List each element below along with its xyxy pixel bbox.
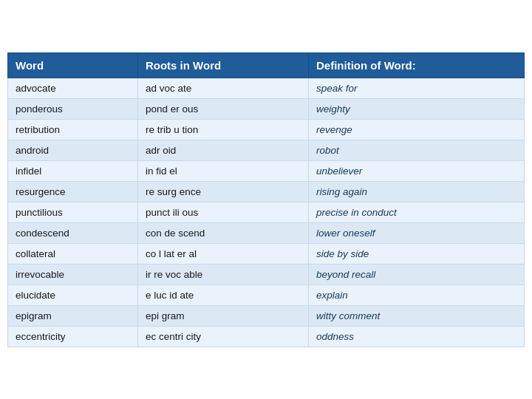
roots-cell: pond er ous xyxy=(137,98,308,119)
table-row: elucidatee luc id ateexplain xyxy=(8,284,525,305)
word-cell: advocate xyxy=(8,78,138,98)
word-cell: collateral xyxy=(8,243,138,264)
roots-cell: e luc id ate xyxy=(137,284,308,305)
definition-cell: robot xyxy=(308,140,524,160)
roots-cell: co l lat er al xyxy=(137,243,308,264)
definition-cell: weighty xyxy=(308,98,524,119)
table-row: resurgencere surg encerising again xyxy=(8,181,525,202)
header-word: Word xyxy=(8,52,138,78)
definition-cell: speak for xyxy=(308,78,524,98)
roots-cell: re trib u tion xyxy=(137,119,308,140)
definition-cell: precise in conduct xyxy=(308,202,524,222)
table-row: retributionre trib u tionrevenge xyxy=(8,119,525,140)
definition-cell: side by side xyxy=(308,243,524,264)
roots-cell: re surg ence xyxy=(137,181,308,202)
word-cell: condescend xyxy=(8,222,138,243)
definition-cell: revenge xyxy=(308,119,524,140)
table-row: epigramepi gramwitty comment xyxy=(8,305,525,326)
table-row: condescendcon de scendlower oneself xyxy=(8,222,525,243)
table-row: collateralco l lat er alside by side xyxy=(8,243,525,264)
roots-cell: con de scend xyxy=(137,222,308,243)
definition-cell: beyond recall xyxy=(308,264,524,284)
roots-cell: epi gram xyxy=(137,305,308,326)
roots-cell: in fid el xyxy=(137,160,308,181)
table-row: irrevocableir re voc ablebeyond recall xyxy=(8,264,525,284)
definition-cell: unbeliever xyxy=(308,160,524,181)
word-cell: resurgence xyxy=(8,181,138,202)
roots-cell: ad voc ate xyxy=(137,78,308,98)
word-cell: eccentricity xyxy=(8,326,138,347)
definition-cell: oddness xyxy=(308,326,524,347)
table-row: androidadr oidrobot xyxy=(8,140,525,160)
word-cell: ponderous xyxy=(8,98,138,119)
word-cell: android xyxy=(8,140,138,160)
header-roots: Roots in Word xyxy=(137,52,308,78)
roots-cell: ir re voc able xyxy=(137,264,308,284)
definition-cell: lower oneself xyxy=(308,222,524,243)
roots-cell: punct ili ous xyxy=(137,202,308,222)
word-cell: infidel xyxy=(8,160,138,181)
word-cell: punctilious xyxy=(8,202,138,222)
roots-cell: adr oid xyxy=(137,140,308,160)
word-cell: elucidate xyxy=(8,284,138,305)
definition-cell: rising again xyxy=(308,181,524,202)
roots-cell: ec centri city xyxy=(137,326,308,347)
definition-cell: explain xyxy=(308,284,524,305)
definition-cell: witty comment xyxy=(308,305,524,326)
header-definition: Definition of Word: xyxy=(308,52,524,78)
word-cell: retribution xyxy=(8,119,138,140)
word-cell: irrevocable xyxy=(8,264,138,284)
table-header-row: Word Roots in Word Definition of Word: xyxy=(8,52,525,78)
vocabulary-table: Word Roots in Word Definition of Word: a… xyxy=(7,52,525,347)
table-row: advocatead voc atespeak for xyxy=(8,78,525,98)
table-row: punctiliouspunct ili ousprecise in condu… xyxy=(8,202,525,222)
word-cell: epigram xyxy=(8,305,138,326)
table-row: ponderouspond er ousweighty xyxy=(8,98,525,119)
table-row: eccentricityec centri cityoddness xyxy=(8,326,525,347)
table-row: infidelin fid elunbeliever xyxy=(8,160,525,181)
